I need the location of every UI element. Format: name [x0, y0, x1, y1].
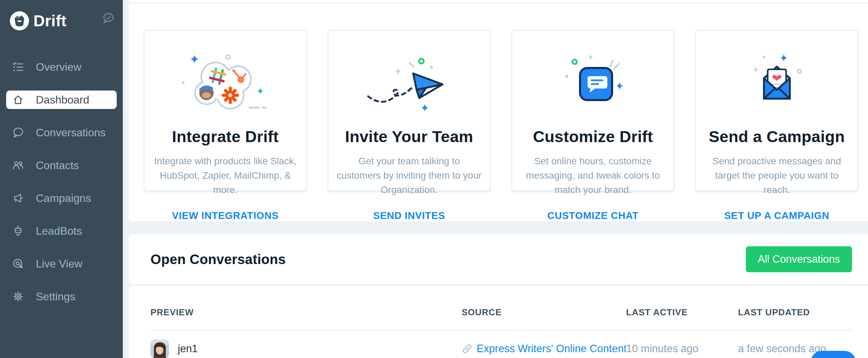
sidebar: Drift Overview Da	[0, 0, 123, 358]
card-invite-your-team: Invite Your Team Get your team talking t…	[328, 30, 491, 191]
table-header-row: PREVIEW SOURCE LAST ACTIVE LAST UPDATED	[150, 307, 854, 318]
main-content: Integrate Drift Integrate with products …	[123, 0, 868, 358]
sidebar-item-label: Dashboard	[36, 94, 89, 106]
link-icon	[462, 343, 473, 354]
open-conversation-button[interactable]	[811, 351, 856, 358]
sidebar-item-dashboard[interactable]: Dashboard	[6, 91, 117, 109]
integrations-illustration	[144, 46, 306, 120]
sidebar-item-settings[interactable]: Settings	[6, 287, 117, 306]
home-icon	[12, 94, 24, 106]
column-header-last-active: LAST ACTIVE	[626, 307, 738, 318]
gear-icon	[12, 290, 24, 303]
all-conversations-button[interactable]: All Conversations	[746, 246, 852, 272]
card-description: Send proactive messages and target the p…	[704, 154, 850, 197]
onboarding-panel: Integrate Drift Integrate with products …	[129, 0, 868, 222]
conversations-table-panel: PREVIEW SOURCE LAST ACTIVE LAST UPDATED	[129, 286, 868, 358]
card-title: Integrate Drift	[144, 127, 306, 146]
source-cell: Express Writers' Online Content S	[462, 343, 626, 355]
sidebar-item-label: Live View	[36, 258, 82, 270]
envelope-illustration	[696, 46, 858, 120]
sidebar-item-leadbots[interactable]: LeadBots	[6, 222, 117, 240]
contact-name: jen1	[178, 343, 198, 355]
sidebar-nav: Overview Dashboard Conversations	[0, 58, 123, 320]
view-integrations-link[interactable]: VIEW INTEGRATIONS	[172, 210, 279, 221]
sidebar-item-label: Overview	[36, 61, 81, 73]
open-conversations-header: Open Conversations All Conversations	[129, 234, 868, 284]
card-description: Set online hours, customize messaging, a…	[520, 154, 666, 197]
column-header-preview: PREVIEW	[150, 307, 462, 318]
table-header-divider	[150, 330, 852, 331]
onboarding-cards: Integrate Drift Integrate with products …	[129, 0, 868, 191]
card-title: Invite Your Team	[328, 127, 490, 146]
panel-top-divider	[129, 3, 868, 3]
sidebar-item-label: Campaigns	[36, 192, 91, 205]
sidebar-item-campaigns[interactable]: Campaigns	[6, 189, 117, 207]
chat-bubble-icon	[12, 126, 24, 139]
card-title: Customize Drift	[512, 127, 674, 146]
checklist-icon	[12, 61, 24, 73]
robot-icon	[12, 225, 24, 237]
card-description: Get your team talking to customers by in…	[336, 154, 482, 197]
column-header-source: SOURCE	[462, 307, 626, 318]
card-integrate-drift: Integrate Drift Integrate with products …	[144, 30, 307, 191]
sidebar-item-label: Contacts	[36, 159, 79, 172]
card-send-a-campaign: Send a Campaign Send proactive messages …	[695, 30, 858, 191]
megaphone-icon	[12, 192, 24, 204]
sidebar-item-live-view[interactable]: Live View	[6, 254, 117, 273]
brand: Drift	[10, 11, 67, 31]
sidebar-item-label: Settings	[36, 290, 75, 303]
sidebar-item-overview[interactable]: Overview	[6, 58, 117, 76]
sidebar-item-contacts[interactable]: Contacts	[6, 156, 117, 175]
sidebar-item-label: Conversations	[36, 126, 106, 139]
drift-app: Drift Overview Da	[0, 0, 868, 358]
contacts-icon	[12, 159, 24, 171]
send-invites-link[interactable]: SEND INVITES	[373, 210, 445, 221]
column-header-last-updated: LAST UPDATED	[738, 307, 854, 318]
sidebar-item-conversations[interactable]: Conversations	[6, 123, 117, 142]
page-title: Open Conversations	[150, 252, 746, 267]
drift-logo-icon	[10, 11, 29, 31]
live-view-target-icon	[12, 258, 24, 270]
paper-plane-illustration	[328, 46, 490, 120]
sidebar-item-label: LeadBots	[36, 225, 82, 237]
brand-name: Drift	[33, 12, 67, 30]
customize-chat-link[interactable]: CUSTOMIZE CHAT	[547, 210, 639, 221]
card-title: Send a Campaign	[696, 127, 858, 146]
chat-check-icon[interactable]	[102, 12, 114, 24]
preview-cell: jen1	[150, 340, 462, 358]
conversation-row[interactable]: jen1 Express Writers' Online Content S 1…	[150, 340, 854, 358]
source-link[interactable]: Express Writers' Online Content S	[477, 343, 626, 355]
card-customize-drift: Customize Drift Set online hours, custom…	[511, 30, 675, 191]
card-description: Integrate with products like Slack, HubS…	[152, 154, 299, 197]
last-active-cell: 10 minutes ago	[626, 343, 738, 355]
avatar	[150, 340, 169, 358]
chat-widget-illustration	[512, 46, 674, 120]
set-up-campaign-link[interactable]: SET UP A CAMPAIGN	[724, 210, 829, 221]
